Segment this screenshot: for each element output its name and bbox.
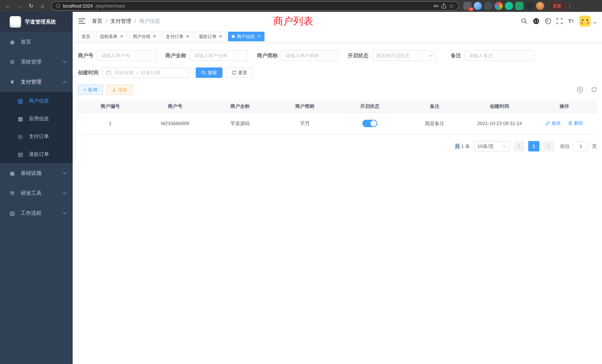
reset-button[interactable]: 重置	[226, 67, 253, 78]
extensions-area: 10	[463, 2, 544, 10]
prev-page-button[interactable]	[513, 141, 525, 151]
sidebar-subitem-pay-order[interactable]: ◎ 支付订单	[0, 128, 73, 145]
chrome-update-button[interactable]: 更新	[549, 1, 565, 10]
extension-icon[interactable]	[515, 2, 523, 10]
chevron-down-icon	[503, 144, 506, 147]
reload-button[interactable]: ↻	[26, 1, 36, 11]
start-date[interactable]: 开始日期	[114, 69, 133, 76]
next-page-button[interactable]	[543, 141, 554, 151]
edit-button[interactable]: 修改	[546, 120, 561, 126]
help-icon[interactable]: ?	[545, 18, 551, 24]
goto-page-input[interactable]	[573, 141, 588, 151]
search-button[interactable]: 搜索	[196, 67, 222, 78]
refresh-icon[interactable]	[591, 87, 597, 93]
tab-home[interactable]: 首页	[78, 32, 94, 41]
search-icon[interactable]	[521, 18, 527, 24]
col-merchant-no: 商户号	[143, 100, 208, 113]
extension-icon[interactable]	[484, 2, 492, 10]
page-size-select[interactable]: 10条/页	[474, 141, 510, 151]
main-area: 首页 / 支付管理 / 商户信息 商户列表 ? TT	[73, 12, 602, 364]
breadcrumb-home[interactable]: 首页	[92, 18, 102, 25]
tab-merchant-info[interactable]: 商户信息✕	[228, 32, 264, 41]
forward-button[interactable]: →	[14, 1, 24, 11]
sidebar-subitem-refund-order[interactable]: ▤ 退款订单	[0, 145, 73, 163]
goto-label: 前往	[560, 143, 570, 150]
filter-short-name: 商户简称	[257, 50, 339, 61]
hamburger-icon[interactable]	[79, 19, 85, 24]
password-key-icon[interactable]	[433, 3, 439, 9]
tab-process-form[interactable]: 流程表单✕	[96, 32, 127, 41]
merchant-no-input[interactable]	[97, 50, 156, 61]
chevron-right-icon	[546, 144, 550, 148]
page-content: 商户号 商户全称 商户简称 开启状态 请选择开启状态	[73, 43, 602, 364]
cell-short-name: 芋艿	[272, 113, 337, 134]
bookmark-star-icon[interactable]: ☆	[449, 2, 454, 10]
user-avatar[interactable]	[579, 16, 591, 27]
extension-icon[interactable]	[526, 2, 534, 10]
extension-icon[interactable]: 10	[463, 2, 472, 10]
end-date[interactable]: 结束日期	[141, 69, 160, 76]
sidebar-subitem-app-info[interactable]: ▦ 应用信息	[0, 110, 73, 128]
sidebar-item-dev-tools[interactable]: ⚒ 研发工具	[0, 183, 73, 203]
sidebar-item-payment[interactable]: ¥ 支付管理	[0, 72, 73, 92]
col-status: 开启状态	[337, 100, 402, 113]
home-button[interactable]: ⌂	[37, 1, 47, 11]
browser-menu-icon[interactable]: ⋮	[566, 3, 573, 9]
order-icon: ◎	[16, 133, 24, 140]
breadcrumb-separator: /	[106, 18, 107, 24]
sidebar-subitem-merchant-info[interactable]: ▥ 商户信息	[0, 92, 73, 110]
extension-icon[interactable]	[494, 2, 503, 10]
remark-input[interactable]	[465, 50, 534, 61]
filter-status: 开启状态 请选择开启状态	[348, 50, 436, 61]
close-icon[interactable]: ✕	[219, 34, 222, 39]
table-row: 1 M233666999 芋道源码 芋艿 我是备注 2021-10-23 08:…	[78, 113, 597, 134]
status-toggle[interactable]	[362, 120, 377, 127]
sidebar-item-infrastructure[interactable]: ▣ 基础设施	[0, 163, 73, 183]
export-button[interactable]: 导出	[107, 85, 133, 95]
short-name-input[interactable]	[281, 50, 339, 61]
github-icon[interactable]	[533, 18, 539, 24]
navbar-actions: ? TT	[521, 16, 596, 27]
date-range-picker[interactable]: 开始日期 - 结束日期	[102, 67, 189, 78]
full-name-input[interactable]	[190, 50, 248, 61]
cell-merchant-no: M233666999	[143, 113, 208, 134]
add-button[interactable]: + 新增	[78, 85, 103, 95]
calendar-icon	[106, 70, 111, 75]
close-icon[interactable]: ✕	[257, 34, 261, 39]
back-button[interactable]: ←	[3, 1, 13, 11]
close-icon[interactable]: ✕	[186, 34, 189, 39]
card-icon: ▥	[16, 98, 24, 104]
close-icon[interactable]: ✕	[120, 34, 123, 39]
font-size-icon[interactable]: TT	[568, 18, 574, 24]
sidebar-item-workflow[interactable]: ▧ 工作流程	[0, 203, 73, 223]
url-bar[interactable]: ⓘ localhost:1024/pay/merchant ☆	[51, 1, 459, 11]
filter-remark: 备注	[451, 50, 534, 61]
tab-pay-order[interactable]: 支付订单✕	[162, 32, 193, 41]
share-icon[interactable]	[441, 3, 446, 9]
page-number-1[interactable]: 1	[528, 141, 539, 151]
chevron-left-icon	[518, 144, 521, 148]
extension-icon[interactable]	[474, 2, 482, 10]
col-actions: 操作	[532, 100, 597, 113]
toggle-search-icon[interactable]	[577, 86, 583, 93]
payment-submenu: ▥ 商户信息 ▦ 应用信息 ◎ 支付订单 ▤ 退款订单	[0, 92, 73, 163]
status-select[interactable]: 请选择开启状态	[372, 50, 436, 61]
close-icon[interactable]: ✕	[153, 34, 156, 39]
breadcrumb: 首页 / 支付管理 / 商户信息	[92, 18, 160, 25]
gear-icon: ⚙	[8, 59, 16, 65]
delete-button[interactable]: 删除	[568, 120, 583, 126]
app-logo[interactable]: 芋道管理系统	[0, 12, 73, 32]
breadcrumb-separator: /	[135, 18, 136, 24]
tab-user-group[interactable]: 用户分组✕	[129, 32, 160, 41]
breadcrumb-payment[interactable]: 支付管理	[110, 18, 131, 25]
extension-icon[interactable]	[505, 2, 513, 10]
site-info-icon[interactable]: ⓘ	[56, 3, 60, 9]
cell-merchant-id: 1	[78, 113, 143, 134]
avatar-caret-icon[interactable]	[593, 21, 597, 24]
fullscreen-icon[interactable]	[557, 18, 562, 24]
browser-profile-avatar[interactable]	[536, 2, 544, 10]
tab-refund-order[interactable]: 退款订单✕	[195, 32, 226, 41]
sidebar-item-system[interactable]: ⚙ 系统管理	[0, 52, 73, 72]
sidebar-item-home[interactable]: ◉ 首页	[0, 32, 73, 52]
monitor-icon: ▣	[8, 170, 16, 176]
